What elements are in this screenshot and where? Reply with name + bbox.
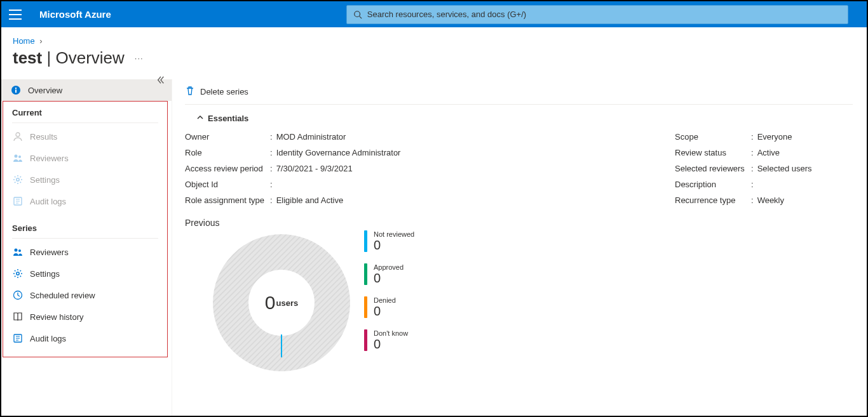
divider — [12, 122, 158, 123]
collapse-sidebar-button[interactable] — [156, 76, 165, 86]
essentials-panel: Owner:MOD Administrator Role:Identity Go… — [185, 132, 853, 211]
sidebar-item-label: Audit logs — [30, 334, 66, 343]
donut-center-value: 0 — [265, 292, 276, 314]
legend-text: Denied0 — [374, 296, 396, 318]
svg-point-15 — [17, 272, 19, 275]
essentials-heading: Essentials — [208, 114, 248, 123]
object-id-label: Object Id — [185, 180, 270, 189]
page-title: test | Overview — [13, 48, 125, 68]
sidebar-item-series-reviewers[interactable]: Reviewers — [3, 241, 167, 263]
divider — [12, 238, 158, 239]
sidebar-item-label: Results — [30, 132, 57, 142]
period-label: Access review period — [185, 164, 270, 173]
hamburger-menu-icon[interactable] — [9, 10, 22, 20]
legend-value: 0 — [374, 271, 403, 285]
svg-point-7 — [18, 156, 21, 158]
legend-item: Don't know0 — [364, 329, 414, 351]
sidebar-item-reviewers[interactable]: Reviewers — [3, 147, 167, 169]
info-icon — [10, 84, 22, 96]
people-icon — [12, 246, 24, 258]
global-search[interactable] — [346, 5, 848, 24]
legend-color-bar — [364, 329, 367, 351]
essentials-toggle[interactable]: Essentials — [196, 114, 853, 123]
legend-item: Approved0 — [364, 263, 414, 285]
svg-line-1 — [359, 16, 362, 18]
clock-icon — [12, 289, 24, 301]
svg-rect-4 — [15, 88, 17, 89]
brand-label: Microsoft Azure — [39, 9, 111, 20]
breadcrumb-home[interactable]: Home — [13, 36, 35, 46]
chevron-double-left-icon — [156, 76, 165, 84]
legend-color-bar — [364, 230, 367, 252]
global-search-input[interactable] — [367, 10, 841, 19]
sidebar-item-label: Review history — [30, 312, 84, 322]
sidebar-item-review-history[interactable]: Review history — [3, 306, 167, 328]
sidebar-item-series-settings[interactable]: Settings — [3, 263, 167, 284]
people-icon — [12, 152, 24, 164]
sidebar-item-series-audit-logs[interactable]: Audit logs — [3, 328, 167, 349]
breadcrumb: Home › — [1, 27, 867, 46]
sidebar-item-settings[interactable]: Settings — [3, 169, 167, 190]
svg-point-13 — [15, 249, 18, 252]
top-bar: Microsoft Azure — [1, 1, 867, 27]
legend-value: 0 — [374, 238, 414, 252]
chart-legend: Not reviewed0Approved0Denied0Don't know0 — [364, 230, 414, 362]
assignment-type-label: Role assignment type — [185, 195, 270, 205]
trash-icon — [185, 86, 195, 98]
owner-value: MOD Administrator — [276, 132, 346, 142]
donut-chart: 0users — [212, 233, 351, 373]
scope-label: Scope — [675, 132, 751, 142]
legend-label: Approved — [374, 263, 403, 271]
command-bar: Delete series — [185, 79, 853, 105]
legend-text: Approved0 — [374, 263, 403, 285]
recurrence-value: Weekly — [757, 195, 784, 205]
chevron-right-icon: › — [39, 36, 42, 46]
recurrence-label: Recurrence type — [675, 195, 751, 205]
page-title-row: test | Overview ··· — [1, 46, 867, 79]
sidebar-item-scheduled-review[interactable]: Scheduled review — [3, 284, 167, 306]
sidebar-item-label: Audit logs — [30, 197, 66, 206]
legend-label: Not reviewed — [374, 230, 414, 238]
sidebar: Overview Current Results Reviewers Setti… — [1, 79, 172, 417]
description-label: Description — [675, 180, 751, 189]
assignment-type-value: Eligible and Active — [276, 195, 344, 205]
highlighted-nav-box: Current Results Reviewers Settings Audit… — [3, 101, 168, 357]
scope-value: Everyone — [757, 132, 792, 142]
svg-point-6 — [15, 155, 18, 158]
book-icon — [12, 311, 24, 322]
legend-value: 0 — [374, 304, 396, 318]
role-value: Identity Governance Administrator — [276, 148, 401, 157]
sidebar-item-overview[interactable]: Overview — [1, 79, 172, 101]
legend-text: Don't know0 — [374, 329, 408, 351]
sidebar-item-audit-logs[interactable]: Audit logs — [3, 190, 167, 212]
svg-point-14 — [18, 249, 21, 252]
sidebar-item-label: Settings — [30, 269, 60, 279]
delete-series-button[interactable]: Delete series — [185, 86, 248, 98]
legend-color-bar — [364, 296, 367, 318]
command-label: Delete series — [200, 87, 248, 96]
previous-section: Previous 0users — [185, 218, 853, 373]
donut-center: 0users — [212, 233, 351, 373]
period-value: 7/30/2021 - 9/3/2021 — [276, 164, 353, 173]
svg-point-0 — [355, 11, 360, 17]
role-label: Role — [185, 148, 270, 157]
sidebar-item-label: Settings — [30, 175, 60, 185]
legend-item: Not reviewed0 — [364, 230, 414, 252]
sidebar-item-label: Reviewers — [30, 248, 69, 257]
more-actions-button[interactable]: ··· — [135, 53, 144, 63]
svg-point-5 — [16, 133, 20, 136]
legend-label: Don't know — [374, 329, 408, 337]
person-icon — [12, 131, 24, 142]
log-icon — [12, 333, 24, 344]
selected-reviewers-label: Selected reviewers — [675, 164, 751, 173]
sidebar-item-label: Reviewers — [30, 154, 69, 163]
log-icon — [12, 195, 24, 207]
review-status-label: Review status — [675, 148, 751, 157]
previous-title: Previous — [185, 218, 853, 233]
sidebar-item-results[interactable]: Results — [3, 126, 167, 147]
sidebar-group-series: Series — [3, 217, 167, 235]
review-status-value: Active — [757, 148, 780, 157]
legend-item: Denied0 — [364, 296, 414, 318]
chevron-up-icon — [196, 114, 204, 123]
donut-center-unit: users — [276, 298, 298, 308]
